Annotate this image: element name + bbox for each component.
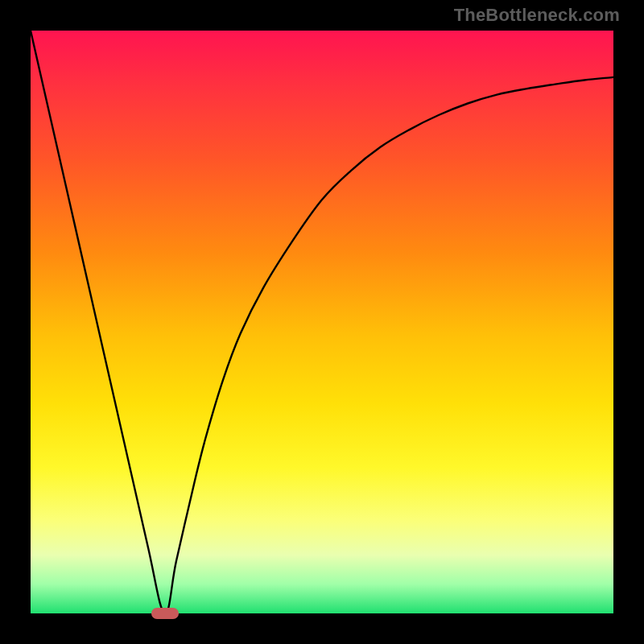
curve-path — [31, 31, 613, 613]
watermark-text: TheBottleneck.com — [454, 5, 620, 26]
optimal-marker — [151, 608, 179, 619]
bottleneck-curve — [31, 31, 613, 613]
plot-area — [31, 31, 613, 613]
chart-frame: TheBottleneck.com — [0, 0, 644, 644]
